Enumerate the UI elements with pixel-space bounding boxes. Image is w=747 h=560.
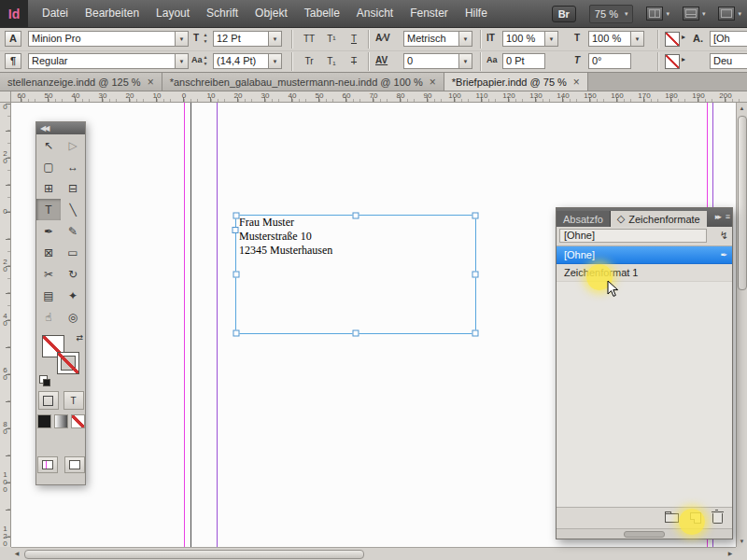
pen-tool[interactable]: ✒ xyxy=(36,220,61,242)
font-style-dropdown-icon[interactable]: ▼ xyxy=(176,53,189,69)
char-style-field[interactable]: [Oh xyxy=(710,31,747,47)
collapse-panel-icon[interactable]: ▸▸ xyxy=(715,212,720,221)
frame-handle[interactable] xyxy=(353,213,359,219)
scroll-left-icon[interactable]: ◀ xyxy=(11,548,22,560)
strikethrough-button[interactable]: T xyxy=(344,53,364,71)
column-guide[interactable] xyxy=(217,103,218,547)
type-tool[interactable]: T xyxy=(36,199,61,220)
swap-fill-stroke-icon[interactable]: ⇄ xyxy=(76,333,83,343)
selection-tool[interactable]: ↖ xyxy=(36,134,61,156)
tracking-dropdown-icon[interactable]: ▼ xyxy=(459,53,472,69)
delete-style-button[interactable] xyxy=(712,513,723,524)
frame-handle[interactable] xyxy=(472,330,479,337)
char-style-quick-icon[interactable]: A. xyxy=(693,33,703,44)
applied-style-field[interactable]: [Ohne] xyxy=(559,229,707,243)
spin-down-icon[interactable]: ▼ xyxy=(202,38,209,45)
normal-view-button[interactable] xyxy=(37,456,58,473)
menu-item-tabelle[interactable]: Tabelle xyxy=(296,0,348,27)
rectangle-tool[interactable]: ▭ xyxy=(61,242,85,263)
font-style-field[interactable]: Regular xyxy=(28,53,176,69)
all-caps-button[interactable]: TT xyxy=(299,31,319,49)
tab-paragraph-styles[interactable]: Absatzfo xyxy=(557,211,611,227)
horizontal-scrollbar-thumb[interactable] xyxy=(24,550,364,559)
stroke-none-swatch[interactable] xyxy=(665,54,680,69)
eyedropper-tool[interactable]: ✦ xyxy=(61,285,85,306)
font-size-spinner[interactable]: ▲ ▼ xyxy=(202,32,209,45)
apply-gradient-button[interactable] xyxy=(54,414,68,428)
font-size-dropdown-icon[interactable]: ▼ xyxy=(269,31,282,47)
formatting-affects-text-button[interactable]: T xyxy=(63,391,84,410)
new-style-group-button[interactable] xyxy=(665,513,679,523)
subscript-button[interactable]: T₁ xyxy=(321,53,342,71)
font-family-field[interactable]: Minion Pro xyxy=(28,31,176,47)
small-caps-button[interactable]: Tr xyxy=(299,53,319,71)
bridge-button[interactable]: Br xyxy=(552,6,576,22)
default-fill-stroke-icon[interactable] xyxy=(39,375,48,384)
document-tab[interactable]: stellenanzeige.indd @ 125 %× xyxy=(0,73,162,91)
kerning-dropdown-icon[interactable]: ▼ xyxy=(459,31,472,47)
language-field[interactable]: Deu xyxy=(710,53,747,69)
flyout-arrow-icon[interactable]: ▸ xyxy=(682,33,685,41)
zoom-level-dropdown[interactable]: 75 % ▾ xyxy=(589,5,634,23)
arrange-documents-button[interactable]: ▾ xyxy=(718,7,741,21)
free-transform-tool[interactable]: ↻ xyxy=(61,263,85,285)
apply-none-button[interactable] xyxy=(71,414,85,428)
apply-color-button[interactable] xyxy=(37,414,51,428)
menu-item-fenster[interactable]: Fenster xyxy=(402,0,457,27)
frame-handle[interactable] xyxy=(233,330,240,337)
lightning-icon[interactable]: ↯ xyxy=(720,230,728,242)
horizontal-ruler[interactable]: 6050403020100102030405060708090100110120… xyxy=(11,91,747,103)
zoom-tool[interactable]: ◎ xyxy=(61,306,85,328)
spin-up-icon[interactable]: ▲ xyxy=(202,54,209,61)
panel-scrollbar[interactable] xyxy=(557,528,732,539)
scroll-right-icon[interactable]: ▶ xyxy=(725,548,736,560)
style-row[interactable]: [Ohne]✒ xyxy=(557,246,732,264)
hand-tool[interactable]: ☝ xyxy=(36,306,61,328)
leading-dropdown-icon[interactable]: ▼ xyxy=(269,53,282,69)
font-family-dropdown-icon[interactable]: ▼ xyxy=(176,31,189,47)
tab-close-icon[interactable]: × xyxy=(148,77,154,88)
content-collector-tool[interactable]: ⊞ xyxy=(36,177,61,199)
pencil-tool[interactable]: ✎ xyxy=(61,220,85,242)
gap-tool[interactable]: ↔ xyxy=(61,156,85,177)
direct-selection-tool[interactable]: ▷ xyxy=(61,134,85,156)
menu-item-objekt[interactable]: Objekt xyxy=(247,0,296,27)
scroll-up-icon[interactable]: ▲ xyxy=(737,103,747,114)
margin-guide[interactable] xyxy=(184,103,185,547)
font-size-field[interactable]: 12 Pt xyxy=(213,31,269,47)
underline-button[interactable]: T xyxy=(344,31,364,49)
vertical-ruler[interactable]: 4020020406080100120 xyxy=(0,103,11,547)
view-options-button[interactable]: ▾ xyxy=(646,7,669,21)
vertical-scale-dropdown-icon[interactable]: ▼ xyxy=(545,31,558,47)
paragraph-formatting-toggle[interactable]: ¶ xyxy=(5,53,21,69)
collapse-panel-icon[interactable]: ◀◀ xyxy=(40,124,48,133)
horizontal-scrollbar[interactable]: ◀ ▶ xyxy=(11,547,736,560)
selected-text-frame[interactable]: Frau Muster Musterstraße 10 12345 Muster… xyxy=(235,215,476,334)
menu-item-hilfe[interactable]: Hilfe xyxy=(457,0,496,27)
content-placer-tool[interactable]: ⊟ xyxy=(61,177,85,199)
frame-handle[interactable] xyxy=(233,213,240,219)
vertical-scrollbar-thumb[interactable] xyxy=(738,116,747,290)
frame-handle[interactable] xyxy=(353,330,359,337)
text-fill-none-swatch[interactable] xyxy=(665,32,680,47)
toolbox-header[interactable]: ◀◀ xyxy=(36,122,85,134)
frame-handle[interactable] xyxy=(233,272,240,278)
rectangle-frame-tool[interactable]: ⊠ xyxy=(36,242,61,263)
spin-up-icon[interactable]: ▲ xyxy=(202,32,209,38)
document-tab[interactable]: *Briefpapier.indd @ 75 %× xyxy=(444,73,588,91)
tab-close-icon[interactable]: × xyxy=(573,77,580,88)
horizontal-scale-field[interactable]: 100 % xyxy=(588,31,631,47)
frame-handle[interactable] xyxy=(472,272,479,278)
menu-item-bearbeiten[interactable]: Bearbeiten xyxy=(77,0,148,27)
tab-close-icon[interactable]: × xyxy=(430,77,436,88)
scroll-down-icon[interactable]: ▼ xyxy=(737,536,747,547)
preview-view-button[interactable] xyxy=(64,456,85,473)
vertical-scale-field[interactable]: 100 % xyxy=(502,31,545,47)
screen-mode-button[interactable]: ▾ xyxy=(683,7,706,21)
document-tab[interactable]: *anschreiben_galabau_mustermann-neu.indd… xyxy=(162,73,444,91)
horizontal-scale-dropdown-icon[interactable]: ▼ xyxy=(631,31,644,47)
style-row[interactable]: Zeichenformat 1 xyxy=(557,264,732,282)
superscript-button[interactable]: T¹ xyxy=(321,31,342,49)
menu-item-datei[interactable]: Datei xyxy=(34,0,77,27)
menu-item-ansicht[interactable]: Ansicht xyxy=(348,0,402,27)
